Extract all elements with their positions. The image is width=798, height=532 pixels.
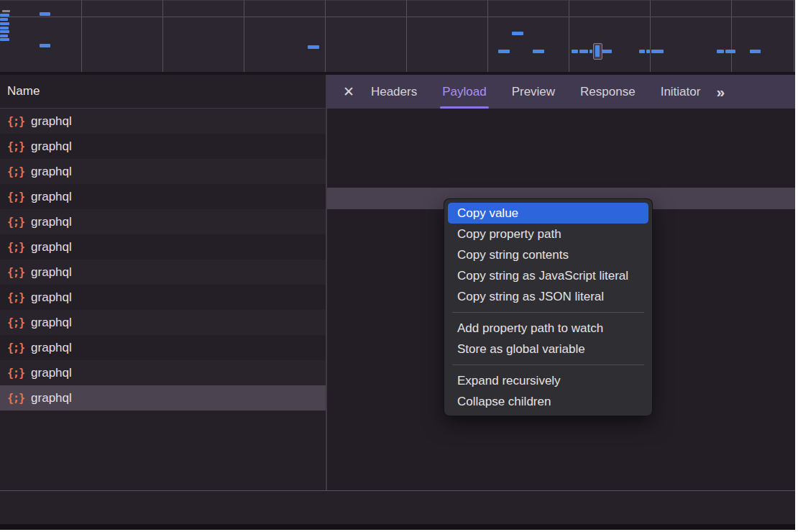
- waterfall-bar: [2, 10, 10, 12]
- waterfall-bar: [0, 27, 9, 29]
- request-name-label: graphql: [31, 290, 72, 305]
- request-name-label: graphql: [31, 316, 72, 330]
- waterfall-bar: [40, 12, 50, 16]
- menu-item-add-property-path-to-watch[interactable]: Add property path to watch: [448, 318, 648, 339]
- request-list-panel: Name {;}graphql{;}graphql{;}graphql{;}gr…: [0, 75, 326, 490]
- overview-gridline: [487, 0, 488, 72]
- devtools-network-panel: Name {;}graphql{;}graphql{;}graphql{;}gr…: [0, 0, 798, 532]
- json-braces-icon: {;}: [7, 266, 24, 279]
- json-braces-icon: {;}: [7, 316, 24, 329]
- page-right-margin: [795, 0, 798, 532]
- request-row-graphql-12[interactable]: {;}graphql: [0, 385, 326, 411]
- json-braces-icon: {;}: [7, 191, 24, 203]
- menu-separator: [452, 364, 644, 365]
- json-braces-icon: {;}: [7, 392, 24, 405]
- waterfall-bar: [0, 14, 9, 17]
- details-tabbar: ✕ HeadersPayloadPreviewResponseInitiator…: [327, 75, 795, 109]
- overview-top-border: [0, 0, 795, 1]
- request-payload-section-header: ▼ Request Payload view source: [327, 117, 795, 140]
- menu-item-store-as-global-variable[interactable]: Store as global variable: [448, 339, 648, 359]
- overview-gridline: [162, 0, 163, 72]
- request-name-label: graphql: [31, 114, 72, 129]
- menu-item-copy-string-as-json-literal[interactable]: Copy string as JSON literal: [448, 286, 648, 307]
- request-row-graphql-5[interactable]: {;}graphql: [0, 209, 326, 234]
- waterfall-bar: [0, 18, 8, 21]
- request-name-label: graphql: [31, 391, 72, 405]
- request-name-label: graphql: [31, 265, 72, 280]
- overview-gridline: [244, 0, 244, 72]
- overview-gridline: [650, 0, 651, 72]
- request-row-graphql-8[interactable]: {;}graphql: [0, 285, 326, 310]
- menu-item-copy-string-as-javascript-literal[interactable]: Copy string as JavaScript literal: [448, 265, 648, 286]
- request-name-label: graphql: [31, 215, 72, 229]
- overview-gridline: [731, 0, 732, 72]
- more-tabs-icon[interactable]: »: [716, 83, 725, 101]
- request-name-label: graphql: [31, 165, 72, 179]
- overview-gridline: [794, 0, 794, 72]
- waterfall-bar: [0, 38, 9, 41]
- menu-item-copy-string-contents[interactable]: Copy string contents: [448, 244, 648, 265]
- request-name-label: graphql: [31, 240, 72, 254]
- request-name-label: graphql: [31, 190, 72, 204]
- waterfall-bar: [533, 50, 544, 53]
- request-row-graphql-7[interactable]: {;}graphql: [0, 260, 326, 285]
- waterfall-bar: [750, 50, 761, 53]
- waterfall-bar: [595, 45, 600, 57]
- request-row-graphql-11[interactable]: {;}graphql: [0, 360, 326, 385]
- summary-bar: [0, 491, 795, 524]
- waterfall-bar: [651, 50, 664, 53]
- payload-operation-name-row[interactable]: operationName: "ipFlowTimeseries": [327, 165, 795, 186]
- menu-separator: [452, 312, 644, 313]
- network-overview-timeline[interactable]: [0, 0, 795, 75]
- request-name-label: graphql: [31, 139, 72, 154]
- waterfall-bar: [0, 30, 9, 33]
- waterfall-bar: [639, 50, 645, 53]
- json-braces-icon: {;}: [7, 367, 24, 380]
- request-row-graphql-6[interactable]: {;}graphql: [0, 234, 326, 260]
- tab-headers[interactable]: Headers: [371, 75, 417, 109]
- json-braces-icon: {;}: [7, 291, 24, 304]
- waterfall-bar: [725, 50, 735, 53]
- tab-preview[interactable]: Preview: [512, 75, 555, 109]
- request-row-graphql-10[interactable]: {;}graphql: [0, 335, 326, 360]
- waterfall-bar: [717, 50, 724, 53]
- waterfall-bar: [308, 45, 319, 49]
- waterfall-bar: [40, 44, 50, 47]
- overview-horizontal-gridline: [0, 17, 795, 17]
- menu-item-copy-property-path[interactable]: Copy property path: [448, 224, 648, 244]
- payload-root-row[interactable]: ▼ {operationName: "ipFlowTimeseries", va…: [327, 142, 795, 163]
- name-column-label: Name: [7, 84, 40, 98]
- request-row-graphql-9[interactable]: {;}graphql: [0, 310, 326, 335]
- request-row-graphql-4[interactable]: {;}graphql: [0, 184, 326, 209]
- json-braces-icon: {;}: [7, 140, 24, 153]
- waterfall-bar: [572, 50, 578, 53]
- waterfall-bar: [0, 22, 9, 25]
- tab-response[interactable]: Response: [580, 75, 636, 109]
- context-menu: Copy valueCopy property pathCopy string …: [444, 198, 653, 416]
- tab-initiator[interactable]: Initiator: [661, 75, 701, 109]
- json-braces-icon: {;}: [7, 341, 24, 354]
- waterfall-bar: [646, 50, 650, 53]
- overview-gridline: [569, 0, 569, 72]
- json-braces-icon: {;}: [7, 216, 24, 229]
- overview-gridline: [406, 0, 407, 72]
- waterfall-bar: [0, 35, 8, 37]
- request-name-label: graphql: [31, 366, 72, 380]
- waterfall-bar: [602, 50, 612, 53]
- overview-gridline: [325, 0, 326, 72]
- menu-item-collapse-children[interactable]: Collapse children: [448, 391, 648, 412]
- name-column-header[interactable]: Name: [0, 75, 326, 109]
- request-name-label: graphql: [31, 341, 72, 355]
- close-icon[interactable]: ✕: [343, 83, 354, 100]
- waterfall-bar: [590, 50, 592, 53]
- window-bottom-edge: [0, 524, 795, 530]
- request-row-graphql-3[interactable]: {;}graphql: [0, 159, 326, 184]
- menu-item-expand-recursively[interactable]: Expand recursively: [448, 370, 648, 391]
- waterfall-bar: [579, 50, 588, 53]
- waterfall-bar: [498, 50, 510, 53]
- request-row-graphql-2[interactable]: {;}graphql: [0, 134, 326, 159]
- menu-item-copy-value[interactable]: Copy value: [448, 203, 648, 224]
- json-braces-icon: {;}: [7, 241, 24, 254]
- request-row-graphql-1[interactable]: {;}graphql: [0, 109, 326, 134]
- tab-payload[interactable]: Payload: [442, 75, 486, 109]
